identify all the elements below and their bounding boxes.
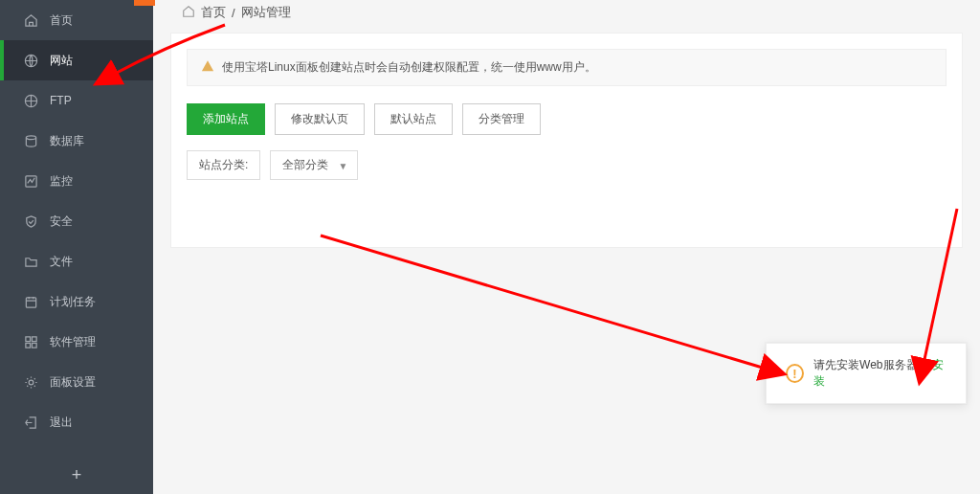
category-select[interactable]: 全部分类 ▼	[270, 150, 358, 180]
sidebar-item-label: 首页	[50, 0, 73, 40]
gear-icon	[23, 374, 38, 390]
button-row: 添加站点 修改默认页 默认站点 分类管理	[187, 103, 947, 135]
svg-point-9	[29, 380, 33, 385]
sidebar-item-monitor[interactable]: 监控	[0, 161, 153, 201]
sidebar-item-label: 数据库	[50, 121, 84, 161]
sidebar-item-software[interactable]: 软件管理	[0, 322, 153, 362]
sidebar-item-database[interactable]: 数据库	[0, 121, 153, 161]
breadcrumb-home-label[interactable]: 首页	[201, 4, 226, 21]
svg-rect-6	[32, 336, 36, 341]
sidebar-item-label: 网站	[50, 40, 73, 80]
filter-row: 站点分类: 全部分类 ▼	[187, 150, 947, 180]
sidebar-item-website[interactable]: 网站	[0, 40, 153, 80]
database-icon	[23, 133, 38, 148]
top-accent-bar	[134, 0, 155, 6]
sidebar: 首页 网站 FTP 数据库 监控 安全 文件 计划任务 软件管理 面板设置 退出…	[0, 0, 153, 494]
add-site-button[interactable]: 添加站点	[187, 103, 265, 135]
home-icon	[23, 12, 38, 28]
sidebar-item-files[interactable]: 文件	[0, 241, 153, 281]
grid-icon	[23, 334, 38, 349]
sidebar-item-cron[interactable]: 计划任务	[0, 281, 153, 322]
globe-icon	[23, 53, 38, 68]
calendar-icon	[23, 294, 38, 309]
main-area: 首页 / 网站管理 使用宝塔Linux面板创建站点时会自动创建权限配置，统一使用…	[153, 0, 980, 494]
toast-message: 请先安装Web服务器!去安装	[813, 357, 947, 390]
breadcrumb-home-icon	[182, 5, 195, 21]
toast-notification: ! 请先安装Web服务器!去安装	[766, 343, 967, 404]
sidebar-item-label: 文件	[50, 241, 73, 281]
sidebar-item-ftp[interactable]: FTP	[0, 80, 153, 121]
svg-rect-7	[25, 343, 30, 348]
sidebar-item-label: 软件管理	[50, 322, 96, 362]
content-card: 使用宝塔Linux面板创建站点时会自动创建权限配置，统一使用www用户。 添加站…	[170, 33, 963, 248]
sidebar-item-label: 面板设置	[50, 362, 96, 402]
sidebar-add-button[interactable]: +	[0, 456, 153, 494]
filter-label: 站点分类:	[187, 150, 260, 180]
sidebar-item-security[interactable]: 安全	[0, 201, 153, 241]
monitor-icon	[23, 173, 38, 189]
modify-default-button[interactable]: 修改默认页	[275, 103, 365, 135]
exclamation-circle-icon: !	[786, 364, 804, 383]
category-manage-button[interactable]: 分类管理	[462, 103, 541, 135]
svg-rect-4	[26, 297, 35, 306]
sidebar-item-label: 安全	[50, 201, 73, 241]
chevron-down-icon: ▼	[338, 160, 347, 170]
sidebar-item-label: FTP	[50, 80, 72, 121]
shield-icon	[23, 213, 38, 229]
sidebar-item-logout[interactable]: 退出	[0, 402, 153, 442]
default-site-button[interactable]: 默认站点	[374, 103, 453, 135]
select-value: 全部分类	[282, 158, 328, 171]
breadcrumb-sep: /	[232, 6, 235, 20]
alert-box: 使用宝塔Linux面板创建站点时会自动创建权限配置，统一使用www用户。	[187, 49, 947, 86]
warning-icon	[201, 59, 214, 76]
sidebar-item-label: 计划任务	[50, 281, 96, 322]
breadcrumb: 首页 / 网站管理	[153, 0, 980, 33]
svg-rect-8	[32, 343, 36, 348]
folder-icon	[23, 254, 38, 269]
sidebar-item-label: 监控	[50, 161, 73, 201]
alert-text: 使用宝塔Linux面板创建站点时会自动创建权限配置，统一使用www用户。	[222, 59, 596, 76]
sidebar-item-home[interactable]: 首页	[0, 0, 153, 40]
sidebar-item-label: 退出	[50, 402, 73, 442]
ftp-icon	[23, 93, 38, 108]
svg-rect-5	[25, 336, 30, 341]
breadcrumb-current: 网站管理	[241, 4, 291, 21]
svg-point-2	[26, 135, 35, 139]
sidebar-item-settings[interactable]: 面板设置	[0, 362, 153, 402]
logout-icon	[23, 415, 38, 430]
